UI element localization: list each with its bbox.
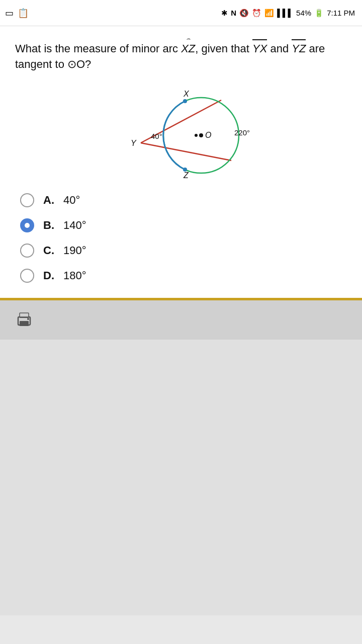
svg-rect-10 xyxy=(20,313,29,317)
segment-yz-label: YZ xyxy=(292,42,306,55)
answer-choices: A. 40° B. 140° C. 190° D. 180° xyxy=(15,193,347,283)
gray-area xyxy=(0,340,362,615)
diagram-svg: O X Z Y 40° 220° xyxy=(96,77,266,183)
question-and: and xyxy=(267,42,292,55)
svg-point-4 xyxy=(195,134,198,137)
radio-a[interactable] xyxy=(20,193,34,207)
svg-line-1 xyxy=(141,143,231,160)
choice-c-value: 190° xyxy=(63,244,86,257)
choice-a[interactable]: A. 40° xyxy=(20,193,347,207)
choice-c-letter: C. xyxy=(43,244,54,257)
choice-b-value: 140° xyxy=(63,219,86,232)
choice-d-value: 180° xyxy=(63,269,86,282)
network-icon: N xyxy=(231,9,236,17)
angle-220-label: 220° xyxy=(234,128,250,137)
battery-percentage: 54% xyxy=(296,9,311,17)
overline-yx xyxy=(252,39,267,40)
radio-b[interactable] xyxy=(20,218,34,232)
question-card: What is the measure of minor arc ⌢ XZ , … xyxy=(0,26,362,299)
segment-yx-label: YX xyxy=(252,42,267,55)
print-icon xyxy=(15,311,33,329)
status-bar: ▭ 📋 ✱ N 🔇 ⏰ 📶 ▌▌▌ 54% 🔋 7:11 PM xyxy=(0,0,362,26)
angle-40-label: 40° xyxy=(151,132,162,140)
battery-icon: 🔋 xyxy=(314,9,324,18)
status-left: ▭ 📋 xyxy=(5,8,29,19)
point-y-label: Y xyxy=(131,139,137,147)
print-button[interactable] xyxy=(10,306,38,334)
wifi-icon: 📶 xyxy=(264,9,274,18)
arc-xz-label: XZ xyxy=(181,42,195,55)
center-label: O xyxy=(205,131,211,139)
clock: 7:11 PM xyxy=(327,9,355,17)
choice-b-letter: B. xyxy=(43,219,54,232)
radio-c[interactable] xyxy=(20,244,34,258)
choice-a-letter: A. xyxy=(43,194,54,207)
question-text: What is the measure of minor arc ⌢ XZ , … xyxy=(15,36,347,72)
overline-yz xyxy=(292,39,306,40)
choice-a-value: 40° xyxy=(63,194,80,207)
segment-yx: YX xyxy=(252,39,267,57)
arc-xz: ⌢ XZ xyxy=(181,36,195,57)
diagram-container: O X Z Y 40° 220° xyxy=(15,77,347,183)
bluetooth-icon: ✱ xyxy=(221,9,228,18)
clipboard-icon: 📋 xyxy=(18,8,29,19)
bottom-toolbar xyxy=(0,299,362,340)
screen-icon: ▭ xyxy=(5,8,14,19)
status-right: ✱ N 🔇 ⏰ 📶 ▌▌▌ 54% 🔋 7:11 PM xyxy=(221,9,355,18)
choice-c[interactable]: C. 190° xyxy=(20,244,347,258)
alarm-icon: ⏰ xyxy=(252,9,261,18)
point-z-label: Z xyxy=(183,171,189,180)
question-prefix: What is the measure of minor arc xyxy=(15,42,181,55)
svg-rect-8 xyxy=(20,321,29,326)
svg-point-5 xyxy=(183,99,187,103)
choice-d-letter: D. xyxy=(43,269,54,282)
mute-icon: 🔇 xyxy=(239,9,249,18)
point-x-label: X xyxy=(183,90,190,98)
radio-d[interactable] xyxy=(20,269,34,283)
svg-point-3 xyxy=(199,133,203,137)
svg-point-11 xyxy=(27,318,29,320)
arc-symbol: ⌢ xyxy=(186,35,191,42)
segment-yz: YZ xyxy=(292,39,306,57)
choice-b[interactable]: B. 140° xyxy=(20,218,347,232)
question-middle: , given that xyxy=(195,42,252,55)
choice-d[interactable]: D. 180° xyxy=(20,269,347,283)
signal-strength: ▌▌▌ xyxy=(277,9,293,17)
